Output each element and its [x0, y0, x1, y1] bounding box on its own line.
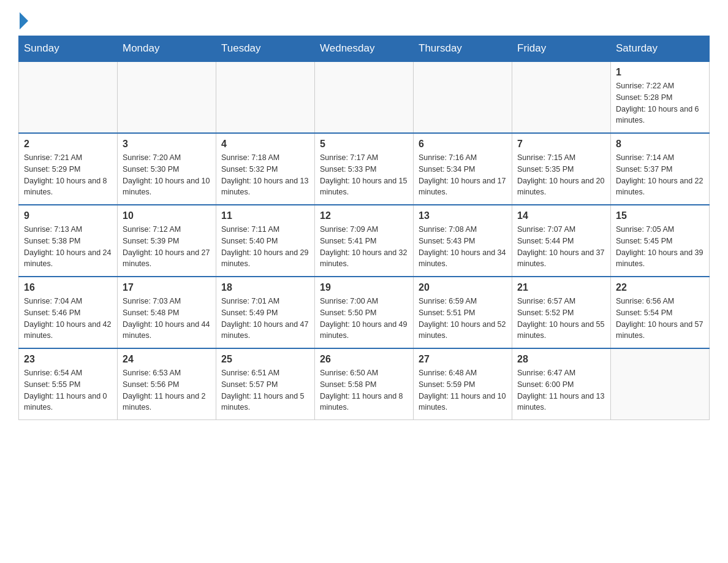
day-number: 20 — [419, 282, 507, 293]
calendar-cell: 14Sunrise: 7:07 AMSunset: 5:44 PMDayligh… — [512, 205, 611, 277]
day-number: 15 — [616, 210, 704, 221]
calendar-cell: 23Sunrise: 6:54 AMSunset: 5:55 PMDayligh… — [19, 348, 118, 420]
day-info: Sunrise: 7:13 AMSunset: 5:38 PMDaylight:… — [24, 224, 112, 270]
calendar-cell: 20Sunrise: 6:59 AMSunset: 5:51 PMDayligh… — [414, 277, 512, 348]
calendar-cell — [315, 61, 414, 133]
calendar-cell: 21Sunrise: 6:57 AMSunset: 5:52 PMDayligh… — [512, 277, 611, 348]
calendar-cell: 11Sunrise: 7:11 AMSunset: 5:40 PMDayligh… — [216, 205, 315, 277]
day-info: Sunrise: 7:22 AMSunset: 5:28 PMDaylight:… — [616, 80, 704, 126]
calendar-cell: 16Sunrise: 7:04 AMSunset: 5:46 PMDayligh… — [19, 277, 118, 348]
page-header — [18, 12, 710, 29]
calendar-cell: 25Sunrise: 6:51 AMSunset: 5:57 PMDayligh… — [216, 348, 315, 420]
weekday-header-friday: Friday — [512, 36, 611, 62]
calendar-cell: 6Sunrise: 7:16 AMSunset: 5:34 PMDaylight… — [414, 133, 512, 205]
day-info: Sunrise: 7:21 AMSunset: 5:29 PMDaylight:… — [24, 152, 112, 198]
weekday-header-sunday: Sunday — [19, 36, 118, 62]
day-info: Sunrise: 7:12 AMSunset: 5:39 PMDaylight:… — [123, 224, 211, 270]
logo — [18, 12, 29, 29]
day-info: Sunrise: 6:54 AMSunset: 5:55 PMDaylight:… — [24, 367, 112, 413]
day-number: 17 — [123, 282, 211, 293]
day-number: 10 — [123, 210, 211, 221]
day-info: Sunrise: 7:15 AMSunset: 5:35 PMDaylight:… — [517, 152, 605, 198]
day-number: 28 — [517, 354, 605, 365]
day-info: Sunrise: 6:53 AMSunset: 5:56 PMDaylight:… — [123, 367, 211, 413]
day-info: Sunrise: 6:56 AMSunset: 5:54 PMDaylight:… — [616, 296, 704, 342]
day-info: Sunrise: 7:14 AMSunset: 5:37 PMDaylight:… — [616, 152, 704, 198]
calendar-cell: 19Sunrise: 7:00 AMSunset: 5:50 PMDayligh… — [315, 277, 414, 348]
calendar-week-row: 2Sunrise: 7:21 AMSunset: 5:29 PMDaylight… — [19, 133, 710, 205]
day-info: Sunrise: 7:09 AMSunset: 5:41 PMDaylight:… — [320, 224, 408, 270]
day-number: 3 — [123, 139, 211, 150]
calendar-cell: 13Sunrise: 7:08 AMSunset: 5:43 PMDayligh… — [414, 205, 512, 277]
day-info: Sunrise: 7:11 AMSunset: 5:40 PMDaylight:… — [221, 224, 309, 270]
calendar-cell — [118, 61, 216, 133]
calendar-cell: 17Sunrise: 7:03 AMSunset: 5:48 PMDayligh… — [118, 277, 216, 348]
calendar-cell: 4Sunrise: 7:18 AMSunset: 5:32 PMDaylight… — [216, 133, 315, 205]
calendar-cell: 3Sunrise: 7:20 AMSunset: 5:30 PMDaylight… — [118, 133, 216, 205]
day-number: 21 — [517, 282, 605, 293]
day-number: 7 — [517, 139, 605, 150]
weekday-header-saturday: Saturday — [611, 36, 710, 62]
calendar-cell — [19, 61, 118, 133]
day-number: 9 — [24, 210, 112, 221]
weekday-header-monday: Monday — [118, 36, 216, 62]
day-info: Sunrise: 7:17 AMSunset: 5:33 PMDaylight:… — [320, 152, 408, 198]
day-info: Sunrise: 7:01 AMSunset: 5:49 PMDaylight:… — [221, 296, 309, 342]
day-number: 22 — [616, 282, 704, 293]
day-info: Sunrise: 6:48 AMSunset: 5:59 PMDaylight:… — [419, 367, 507, 413]
day-number: 11 — [221, 210, 309, 221]
day-info: Sunrise: 6:50 AMSunset: 5:58 PMDaylight:… — [320, 367, 408, 413]
day-info: Sunrise: 7:20 AMSunset: 5:30 PMDaylight:… — [123, 152, 211, 198]
logo-triangle-icon — [20, 12, 28, 29]
calendar-cell: 28Sunrise: 6:47 AMSunset: 6:00 PMDayligh… — [512, 348, 611, 420]
calendar-cell — [512, 61, 611, 133]
calendar-cell: 7Sunrise: 7:15 AMSunset: 5:35 PMDaylight… — [512, 133, 611, 205]
weekday-header-wednesday: Wednesday — [315, 36, 414, 62]
day-number: 5 — [320, 139, 408, 150]
day-info: Sunrise: 7:03 AMSunset: 5:48 PMDaylight:… — [123, 296, 211, 342]
day-number: 13 — [419, 210, 507, 221]
calendar-cell: 26Sunrise: 6:50 AMSunset: 5:58 PMDayligh… — [315, 348, 414, 420]
day-number: 12 — [320, 210, 408, 221]
calendar-cell: 1Sunrise: 7:22 AMSunset: 5:28 PMDaylight… — [611, 61, 710, 133]
calendar-cell: 15Sunrise: 7:05 AMSunset: 5:45 PMDayligh… — [611, 205, 710, 277]
calendar-cell: 5Sunrise: 7:17 AMSunset: 5:33 PMDaylight… — [315, 133, 414, 205]
calendar-cell: 10Sunrise: 7:12 AMSunset: 5:39 PMDayligh… — [118, 205, 216, 277]
day-info: Sunrise: 6:47 AMSunset: 6:00 PMDaylight:… — [517, 367, 605, 413]
day-number: 16 — [24, 282, 112, 293]
day-info: Sunrise: 7:05 AMSunset: 5:45 PMDaylight:… — [616, 224, 704, 270]
day-info: Sunrise: 6:51 AMSunset: 5:57 PMDaylight:… — [221, 367, 309, 413]
day-number: 27 — [419, 354, 507, 365]
calendar-cell — [611, 348, 710, 420]
calendar-week-row: 9Sunrise: 7:13 AMSunset: 5:38 PMDaylight… — [19, 205, 710, 277]
calendar-week-row: 1Sunrise: 7:22 AMSunset: 5:28 PMDaylight… — [19, 61, 710, 133]
day-info: Sunrise: 7:00 AMSunset: 5:50 PMDaylight:… — [320, 296, 408, 342]
day-number: 14 — [517, 210, 605, 221]
calendar-cell: 22Sunrise: 6:56 AMSunset: 5:54 PMDayligh… — [611, 277, 710, 348]
calendar-cell — [216, 61, 315, 133]
calendar-cell: 9Sunrise: 7:13 AMSunset: 5:38 PMDaylight… — [19, 205, 118, 277]
day-number: 8 — [616, 139, 704, 150]
calendar-cell: 8Sunrise: 7:14 AMSunset: 5:37 PMDaylight… — [611, 133, 710, 205]
weekday-header-thursday: Thursday — [414, 36, 512, 62]
calendar-week-row: 23Sunrise: 6:54 AMSunset: 5:55 PMDayligh… — [19, 348, 710, 420]
day-number: 4 — [221, 139, 309, 150]
calendar-cell: 24Sunrise: 6:53 AMSunset: 5:56 PMDayligh… — [118, 348, 216, 420]
day-number: 25 — [221, 354, 309, 365]
calendar-cell — [414, 61, 512, 133]
day-number: 6 — [419, 139, 507, 150]
calendar-cell: 12Sunrise: 7:09 AMSunset: 5:41 PMDayligh… — [315, 205, 414, 277]
calendar-table: SundayMondayTuesdayWednesdayThursdayFrid… — [18, 36, 710, 420]
calendar-week-row: 16Sunrise: 7:04 AMSunset: 5:46 PMDayligh… — [19, 277, 710, 348]
day-info: Sunrise: 7:16 AMSunset: 5:34 PMDaylight:… — [419, 152, 507, 198]
weekday-header-tuesday: Tuesday — [216, 36, 315, 62]
day-number: 19 — [320, 282, 408, 293]
day-number: 23 — [24, 354, 112, 365]
calendar-cell: 27Sunrise: 6:48 AMSunset: 5:59 PMDayligh… — [414, 348, 512, 420]
day-number: 1 — [616, 67, 704, 78]
day-info: Sunrise: 7:18 AMSunset: 5:32 PMDaylight:… — [221, 152, 309, 198]
calendar-cell: 2Sunrise: 7:21 AMSunset: 5:29 PMDaylight… — [19, 133, 118, 205]
day-info: Sunrise: 7:08 AMSunset: 5:43 PMDaylight:… — [419, 224, 507, 270]
weekday-header-row: SundayMondayTuesdayWednesdayThursdayFrid… — [19, 36, 710, 62]
day-number: 24 — [123, 354, 211, 365]
